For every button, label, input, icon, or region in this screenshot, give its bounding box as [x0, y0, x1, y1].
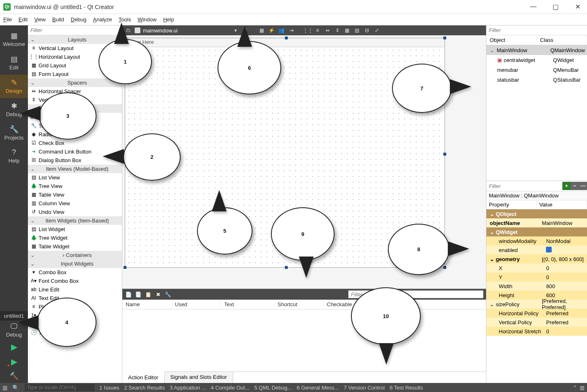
widget-horizontal-layout[interactable]: ⋮⋮Horizontal Layout: [28, 53, 122, 61]
property-filter-input[interactable]: [486, 183, 562, 189]
widget-form-layout[interactable]: ▤Form Layout: [28, 70, 122, 78]
widget-table-widget[interactable]: ▦Table Widget: [28, 242, 122, 251]
widget-command-link-button[interactable]: ➜Command Link Button: [28, 147, 122, 156]
widget-horizontal-spacer[interactable]: ⇔Horizontal Spacer: [28, 87, 122, 96]
open-file-name[interactable]: mainwindow.ui: [143, 28, 178, 34]
mode-edit[interactable]: ▤Edit: [0, 51, 28, 75]
mode-design[interactable]: ✎Design: [0, 75, 28, 98]
widgetbox-category-inputwidgets[interactable]: Input Widgets: [28, 259, 122, 268]
close-doc-icon[interactable]: ✕: [242, 27, 249, 34]
break-layout-icon[interactable]: ⊟: [363, 27, 371, 34]
object-row-statusbar[interactable]: statusbar QStatusBar: [486, 75, 587, 85]
prop-section-qobject[interactable]: QObject: [486, 209, 587, 218]
pane-general-msgs[interactable]: 6 General Mess...: [297, 385, 339, 391]
right-sidebar-toggle-icon[interactable]: ▥: [580, 385, 585, 391]
menu-debug[interactable]: Debug: [71, 16, 86, 23]
pane-qml-debug[interactable]: 5 QML Debug...: [255, 385, 292, 391]
prop-hstretch[interactable]: Horizontal Stretch0: [486, 327, 587, 336]
action-editor-body[interactable]: [122, 309, 486, 371]
prop-windowmodality[interactable]: windowModalityNonModal: [486, 236, 587, 245]
widget-undo-view[interactable]: ↺Undo View: [28, 208, 122, 216]
widget-table-view[interactable]: ▦Table View: [28, 190, 122, 199]
widget-combo-box[interactable]: ▾Combo Box: [28, 268, 122, 277]
widget-grid-layout[interactable]: ▦Grid Layout: [28, 61, 122, 70]
widget-vertical-layout[interactable]: ≡Vertical Layout: [28, 44, 122, 53]
mode-help[interactable]: ?Help: [0, 145, 28, 168]
close-button[interactable]: ✕: [571, 3, 584, 11]
prop-geometry-width[interactable]: Width800: [486, 282, 587, 291]
prop-geometry-x[interactable]: X0: [486, 264, 587, 273]
resize-handle[interactable]: [443, 153, 446, 156]
oi-col-class[interactable]: Class: [537, 35, 587, 45]
remove-dynamic-prop-button[interactable]: −: [571, 182, 579, 190]
prop-section-qwidget[interactable]: QWidget: [486, 227, 587, 236]
resize-handle[interactable]: [124, 37, 126, 39]
chevron-down-icon[interactable]: ⌄: [490, 47, 494, 53]
widget-time-edit[interactable]: 🕒Time Edit: [28, 328, 122, 337]
pe-col-value[interactable]: Value: [537, 200, 587, 209]
back-icon[interactable]: 🗀: [125, 27, 132, 34]
widget-radio-button[interactable]: ◉Radio Button: [28, 130, 122, 139]
prop-vpolicy[interactable]: Vertical PolicyPreferred: [486, 318, 587, 327]
edit-taborder-icon[interactable]: ⇥: [288, 27, 295, 34]
property-editor-body[interactable]: QObject objectNameMainWindow QWidget win…: [486, 209, 587, 383]
menu-build[interactable]: Build: [52, 16, 64, 23]
widgetbox-category-buttons[interactable]: Buttons: [28, 104, 122, 113]
widgetbox-category-containers[interactable]: › Containers: [28, 251, 122, 259]
form-canvas-area[interactable]: Type Here: [122, 35, 486, 289]
copy-action-icon[interactable]: 📑: [135, 291, 142, 298]
build-button[interactable]: 🔨: [9, 369, 18, 383]
widget-tool-button[interactable]: 🔧Tool Button: [28, 121, 122, 130]
mode-debug[interactable]: ✱Debug: [0, 98, 28, 121]
resize-handle[interactable]: [443, 266, 446, 269]
edit-buddies-icon[interactable]: 👥: [278, 27, 285, 34]
object-row-centralwidget[interactable]: ▣ centralwidget QWidget: [486, 55, 587, 65]
object-inspector-body[interactable]: ⌄MainWindow QMainWindow ▣ centralwidget …: [486, 45, 587, 181]
mode-projects[interactable]: 🔧Projects: [0, 121, 28, 145]
pe-col-property[interactable]: Property: [486, 200, 537, 209]
run-debug-button[interactable]: ▶●: [11, 354, 17, 369]
pane-version-control[interactable]: 7 Version Control: [344, 385, 385, 391]
minimize-button[interactable]: —: [527, 3, 539, 11]
mode-welcome[interactable]: ▦Welcome: [0, 28, 28, 51]
col-used[interactable]: Used: [172, 300, 221, 309]
widget-check-box[interactable]: ☑Check Box: [28, 139, 122, 147]
layout-form-icon[interactable]: ▤: [353, 27, 361, 34]
edit-signals-icon[interactable]: ⚡: [268, 27, 275, 34]
widgetbox-category-itemviews[interactable]: Item Views (Model-Based): [28, 165, 122, 173]
prop-geometry[interactable]: geometry[(0, 0), 800 x 600]: [486, 254, 587, 264]
tab-action-editor[interactable]: Action Editor: [122, 371, 165, 383]
prop-enabled[interactable]: enabled: [486, 245, 587, 254]
widget-vertical-spacer[interactable]: ⇕Vertical Spacer: [28, 96, 122, 104]
widget-dialog-button-box[interactable]: ☒Dialog Button Box: [28, 156, 122, 165]
form-menubar-placeholder[interactable]: Type Here: [125, 38, 445, 47]
widgetbox-category-itemwidgets[interactable]: Item Widgets (Item-Based): [28, 216, 122, 225]
resize-handle[interactable]: [124, 266, 126, 269]
widget-list-widget[interactable]: ▤List Widget: [28, 225, 122, 234]
object-row-menubar[interactable]: menubar QMenuBar: [486, 65, 587, 75]
maximize-button[interactable]: ▢: [549, 3, 562, 11]
widget-line-edit[interactable]: abLine Edit: [28, 285, 122, 294]
dropdown-icon[interactable]: ▾: [232, 27, 239, 34]
delete-action-icon[interactable]: ✖: [154, 291, 162, 298]
locator-input[interactable]: [25, 384, 94, 391]
col-shortcut[interactable]: Shortcut: [274, 300, 323, 309]
checkbox-checked-icon[interactable]: [546, 247, 552, 252]
widgetbox-filter-input[interactable]: [28, 25, 122, 35]
menu-file[interactable]: File: [3, 16, 12, 23]
widget-tree-view[interactable]: 🌲Tree View: [28, 182, 122, 190]
object-row-mainwindow[interactable]: ⌄MainWindow QMainWindow: [486, 45, 587, 55]
resize-handle[interactable]: [285, 266, 288, 269]
widget-push-button[interactable]: OKPush Button: [28, 113, 122, 121]
menu-view[interactable]: View: [34, 16, 46, 23]
prop-objectname[interactable]: objectNameMainWindow: [486, 218, 587, 227]
layout-hsplit-icon[interactable]: ⇔: [324, 27, 331, 34]
add-dynamic-prop-button[interactable]: +: [562, 182, 571, 190]
menu-edit[interactable]: Edit: [18, 16, 28, 23]
col-checkable[interactable]: Checkable: [323, 300, 373, 309]
col-text[interactable]: Text: [221, 300, 274, 309]
oi-col-object[interactable]: Object: [486, 35, 537, 45]
widget-font-combo-box[interactable]: A▾Font Combo Box: [28, 277, 122, 285]
layout-v-icon[interactable]: ≡: [314, 27, 321, 34]
menu-tools[interactable]: Tools: [119, 16, 131, 23]
